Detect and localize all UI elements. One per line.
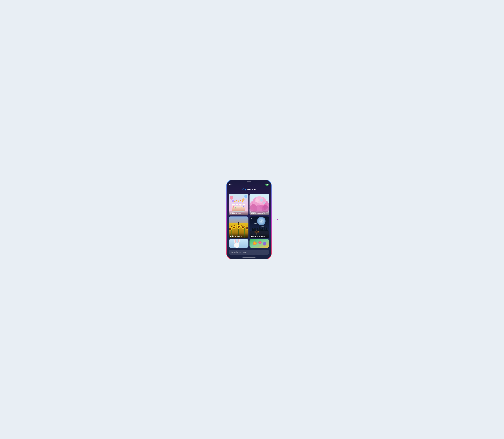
svg-rect-70 [238,222,239,225]
svg-point-15 [234,201,235,202]
svg-point-66 [242,226,244,228]
image-card-birthday-cake[interactable]: Imagine A birthday cake [229,194,249,215]
colorful-svg [250,239,269,248]
imagine-label-2: Imagine [251,211,268,213]
svg-point-71 [238,222,239,223]
svg-point-22 [243,206,244,207]
time-left: 09:41 [229,184,233,186]
image-card-sunflowers[interactable]: Imagine A field of sunflowers [229,217,249,238]
svg-point-6 [242,198,244,201]
meta-ai-title: Meta AI [247,188,255,191]
search-placeholder: Describe an image [231,251,247,253]
svg-point-112 [259,242,261,244]
svg-point-83 [261,223,262,223]
search-bar[interactable]: Describe an image [229,250,269,255]
svg-point-42 [231,226,232,227]
svg-rect-9 [232,206,245,211]
imagine-label-3: Imagine [230,234,247,235]
home-indicator-left [242,257,255,258]
image-card-forest-moon[interactable]: Imagine A forest on the moon [250,217,269,238]
svg-point-16 [236,200,238,202]
svg-point-103 [235,239,236,243]
svg-point-33 [263,202,265,204]
left-phone-frame: 09:41 ▪ ● [226,180,272,259]
right-phone-frame: ✦ ✦ 09:41 ▪ ● [277,219,278,220]
svg-point-32 [260,198,263,202]
svg-point-18 [240,200,241,201]
card-desc-1: A birthday cake [230,213,247,214]
svg-point-7 [232,200,235,202]
svg-rect-13 [240,201,241,205]
svg-point-81 [260,220,261,221]
svg-point-21 [235,207,236,208]
svg-point-0 [242,188,246,191]
svg-point-100 [258,231,259,232]
bunny-svg [229,239,249,248]
svg-point-69 [246,227,248,229]
svg-point-85 [255,223,256,224]
partial-image-row [227,239,271,248]
svg-point-79 [257,219,258,219]
notch-pill [247,181,251,182]
svg-point-5 [244,195,247,198]
svg-point-76 [268,220,268,220]
top-notch [227,180,271,182]
svg-point-57 [229,228,231,230]
svg-point-87 [262,226,263,226]
svg-point-20 [233,206,234,207]
left-phone-inner: 09:41 ▪ ● [227,180,271,259]
partial-card-bunny[interactable] [229,239,249,248]
svg-point-74 [254,220,254,220]
svg-rect-12 [239,201,239,205]
meta-ai-screen: 09:41 ▪ ● [227,180,271,259]
card-desc-4: A forest on the moon [251,235,268,237]
image-grid: Imagine A birthday cake [227,193,271,239]
svg-point-73 [251,218,252,219]
meta-ai-header: Meta AI [227,186,271,193]
svg-point-31 [255,198,259,202]
image-card-storm-cloud[interactable]: Imagine A sweet storm cloud [250,194,269,215]
svg-point-1 [242,188,246,191]
svg-point-75 [265,218,265,218]
card-desc-3: A field of sunflowers [230,235,247,237]
imagine-label-4: Imagine [251,234,268,235]
status-bar-left: 09:41 ▪ ● [227,182,271,186]
card-label-storm-cloud: Imagine A sweet storm cloud [250,210,269,215]
svg-point-63 [238,226,240,228]
partial-card-colorful[interactable] [250,239,269,248]
svg-point-80 [257,217,265,225]
meta-logo-icon [242,188,246,191]
card-label-birthday-cake: Imagine A birthday cake [229,210,249,215]
svg-point-82 [262,221,263,222]
svg-point-106 [234,243,239,248]
card-desc-2: A sweet storm cloud [251,213,268,214]
camera-mic-pill: ▪ ● [265,184,269,186]
status-icons-left: ▪ ● [265,184,269,186]
svg-point-2 [243,188,246,191]
svg-point-4 [229,196,233,200]
svg-point-111 [254,242,256,244]
mic-icon: ● [267,184,268,185]
card-label-forest-moon: Imagine A forest on the moon [250,233,269,238]
svg-point-23 [241,207,242,208]
svg-point-99 [255,231,255,232]
imagine-label-1: Imagine [230,211,247,213]
camera-icon: ▪ [266,184,267,185]
svg-point-17 [238,200,240,202]
svg-point-19 [242,201,243,202]
main-container: 09:41 ▪ ● [226,180,278,259]
svg-point-60 [233,227,235,229]
svg-point-110 [263,242,266,245]
svg-rect-98 [256,231,257,232]
card-label-sunflowers: Imagine A field of sunflowers [229,233,249,238]
svg-rect-11 [237,201,237,205]
